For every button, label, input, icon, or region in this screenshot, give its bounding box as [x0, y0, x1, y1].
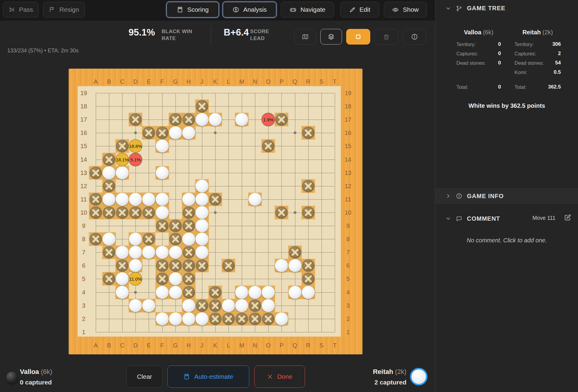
- layers-button[interactable]: [320, 29, 342, 45]
- white-stone[interactable]: [156, 286, 169, 299]
- dead-black-stone[interactable]: [89, 193, 102, 206]
- white-stone[interactable]: [302, 286, 315, 299]
- white-stone[interactable]: [156, 246, 169, 259]
- white-stone[interactable]: [129, 193, 142, 206]
- white-stone[interactable]: [262, 286, 275, 299]
- dead-black-stone[interactable]: [89, 233, 102, 245]
- white-stone[interactable]: [129, 299, 142, 312]
- dead-black-stone[interactable]: [302, 272, 315, 285]
- dead-black-stone[interactable]: [249, 313, 261, 325]
- dead-black-stone[interactable]: [169, 233, 182, 245]
- white-stone[interactable]: [116, 246, 129, 259]
- clear-button[interactable]: Clear: [126, 366, 163, 388]
- white-stone[interactable]: [182, 126, 195, 139]
- comment-placeholder[interactable]: No comment. Click to add one.: [447, 235, 566, 245]
- move-suggestion[interactable]: 5.1%: [129, 153, 142, 166]
- white-stone[interactable]: [169, 126, 182, 139]
- white-stone[interactable]: [182, 233, 195, 246]
- white-stone[interactable]: [195, 193, 208, 206]
- game-info-header[interactable]: GAME INFO: [435, 187, 578, 205]
- white-stone[interactable]: [169, 246, 182, 259]
- white-stone[interactable]: [235, 299, 248, 312]
- delete-button[interactable]: [374, 29, 398, 45]
- white-stone[interactable]: [169, 286, 182, 299]
- dead-black-stone[interactable]: [262, 140, 275, 152]
- white-stone[interactable]: [156, 140, 169, 153]
- dead-black-stone[interactable]: [103, 246, 115, 259]
- white-stone[interactable]: [209, 113, 222, 126]
- dead-black-stone[interactable]: [156, 219, 169, 232]
- white-stone[interactable]: [182, 193, 195, 206]
- dead-black-stone[interactable]: [209, 299, 222, 312]
- dead-black-stone[interactable]: [142, 233, 155, 245]
- dead-black-stone[interactable]: [89, 206, 102, 219]
- auto-estimate-button[interactable]: Auto-estimate: [167, 366, 249, 388]
- map-button[interactable]: [294, 29, 316, 45]
- white-stone[interactable]: [275, 259, 288, 272]
- white-stone[interactable]: [142, 246, 155, 259]
- white-stone[interactable]: [288, 286, 301, 299]
- white-stone[interactable]: [195, 179, 208, 192]
- dead-black-stone[interactable]: [142, 126, 155, 139]
- white-stone[interactable]: [182, 299, 195, 312]
- white-stone[interactable]: [129, 259, 142, 272]
- dead-black-stone[interactable]: [169, 113, 182, 126]
- comment-header[interactable]: COMMENT: [435, 213, 578, 225]
- white-stone[interactable]: [103, 193, 116, 206]
- dead-black-stone[interactable]: [103, 153, 115, 166]
- done-button[interactable]: Done: [254, 366, 305, 388]
- white-stone[interactable]: [195, 219, 208, 232]
- move-suggestion[interactable]: 18.8%: [129, 139, 142, 153]
- dead-black-stone[interactable]: [209, 286, 222, 299]
- white-stone[interactable]: [195, 246, 208, 259]
- dead-black-stone[interactable]: [116, 140, 129, 152]
- dead-black-stone[interactable]: [182, 272, 195, 285]
- dead-black-stone[interactable]: [129, 113, 142, 126]
- dead-black-stone[interactable]: [182, 246, 195, 259]
- info-button[interactable]: [403, 29, 426, 45]
- white-stone[interactable]: [249, 193, 262, 206]
- white-stone[interactable]: [235, 113, 248, 126]
- white-stone[interactable]: [235, 286, 248, 299]
- dead-black-stone[interactable]: [209, 313, 222, 325]
- white-stone[interactable]: [129, 233, 142, 246]
- dead-black-stone[interactable]: [103, 206, 115, 219]
- white-stone[interactable]: [249, 286, 262, 299]
- white-stone[interactable]: [195, 113, 208, 126]
- white-stone[interactable]: [116, 166, 129, 179]
- dead-black-stone[interactable]: [182, 206, 195, 219]
- white-stone[interactable]: [288, 259, 301, 272]
- dead-black-stone[interactable]: [302, 126, 315, 139]
- dead-black-stone[interactable]: [222, 259, 235, 272]
- white-stone[interactable]: [169, 272, 182, 285]
- dead-black-stone[interactable]: [302, 206, 315, 219]
- white-stone[interactable]: [156, 193, 169, 206]
- pass-button[interactable]: Pass: [3, 2, 39, 17]
- resign-button[interactable]: Resign: [43, 2, 85, 17]
- dead-black-stone[interactable]: [169, 259, 182, 272]
- dead-black-stone[interactable]: [235, 313, 248, 325]
- scoring-button[interactable]: Scoring: [166, 2, 219, 17]
- dead-black-stone[interactable]: [156, 259, 169, 272]
- white-stone[interactable]: [275, 312, 288, 325]
- dead-black-stone[interactable]: [156, 272, 169, 285]
- stone-marker-button[interactable]: [346, 29, 370, 45]
- dead-black-stone[interactable]: [129, 206, 142, 219]
- dead-black-stone[interactable]: [196, 299, 208, 312]
- white-stone[interactable]: [195, 233, 208, 246]
- white-stone[interactable]: [103, 233, 116, 246]
- dead-black-stone[interactable]: [196, 259, 208, 272]
- dead-black-stone[interactable]: [275, 206, 288, 219]
- white-stone[interactable]: [195, 312, 208, 325]
- move-suggestion[interactable]: 1.9%: [262, 113, 275, 126]
- white-stone[interactable]: [195, 206, 208, 219]
- game-tree-header[interactable]: GAME TREE: [445, 5, 505, 12]
- go-board[interactable]: AABBCCDDEEFFGGHHJJKKLLMMNNOOPPQQRRSSTT19…: [69, 69, 362, 354]
- white-stone[interactable]: [156, 206, 169, 219]
- dead-black-stone[interactable]: [116, 259, 129, 272]
- dead-black-stone[interactable]: [142, 206, 155, 219]
- navigate-button[interactable]: Navigate: [281, 2, 334, 17]
- white-stone[interactable]: [116, 272, 129, 285]
- edit-button[interactable]: Edit: [340, 2, 379, 17]
- dead-black-stone[interactable]: [302, 259, 315, 272]
